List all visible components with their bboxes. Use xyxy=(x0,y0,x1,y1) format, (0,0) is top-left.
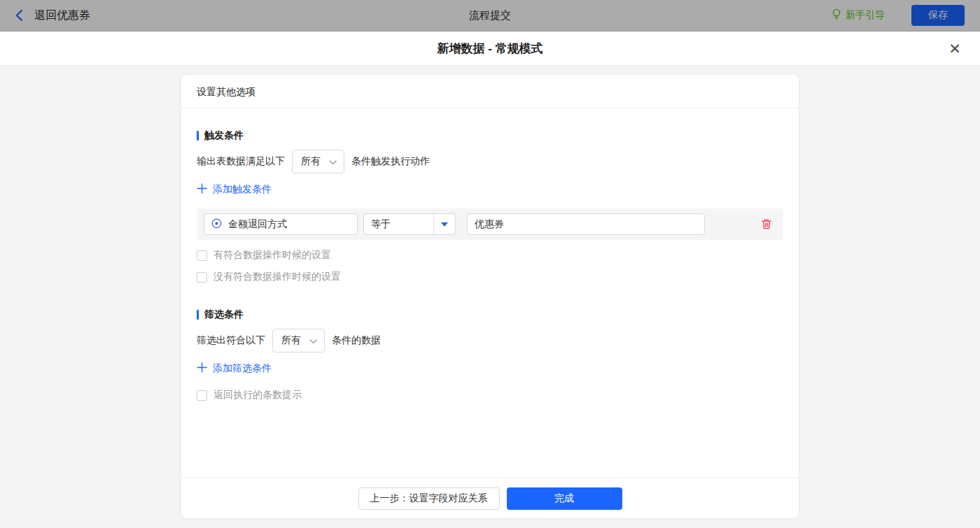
beginner-guide-button[interactable]: 新手引导 xyxy=(832,8,885,22)
card-body: 触发条件 输出表数据满足以下 所有 条件触发执行动作 添加触发条件 xyxy=(181,108,799,478)
done-button[interactable]: 完成 xyxy=(507,487,622,510)
section-accent-bar xyxy=(197,131,199,141)
trigger-match-select-value: 所有 xyxy=(301,155,321,168)
delete-condition-button[interactable] xyxy=(761,218,772,230)
condition-operator-select[interactable]: 等于 xyxy=(363,213,456,235)
checkbox-return-count-tip[interactable]: 返回执行的条数提示 xyxy=(197,389,783,401)
condition-operator-value: 等于 xyxy=(364,214,433,234)
caret-down-icon xyxy=(433,214,455,234)
card-footer: 上一步：设置字段对应关系 完成 xyxy=(181,478,799,518)
chevron-down-icon xyxy=(309,335,317,346)
checkbox-icon xyxy=(197,272,207,283)
condition-field-select[interactable]: 金额退回方式 xyxy=(204,213,358,235)
checkbox-label: 没有符合数据操作时候的设置 xyxy=(214,271,341,283)
filter-match-sentence: 筛选出符合以下 所有 条件的数据 xyxy=(197,329,783,352)
condition-value-input[interactable] xyxy=(467,213,705,235)
card-title: 设置其他选项 xyxy=(181,75,799,108)
radio-field-icon xyxy=(211,218,222,231)
plus-icon xyxy=(197,362,207,375)
trigger-sentence-prefix: 输出表数据满足以下 xyxy=(197,155,285,168)
plus-icon xyxy=(197,183,207,196)
trigger-section-label: 触发条件 xyxy=(204,129,244,142)
filter-match-select-value: 所有 xyxy=(281,334,301,347)
topbar: 退回优惠券 流程提交 新手引导 保存 xyxy=(0,0,980,31)
checkbox-label: 有符合数据操作时候的设置 xyxy=(214,249,331,262)
add-filter-condition-label: 添加筛选条件 xyxy=(213,362,272,375)
filter-section-title: 筛选条件 xyxy=(197,308,783,321)
add-trigger-condition-label: 添加触发条件 xyxy=(213,183,272,196)
checkbox-icon xyxy=(197,250,207,261)
add-trigger-condition-link[interactable]: 添加触发条件 xyxy=(197,183,272,196)
close-icon[interactable]: ✕ xyxy=(946,41,963,57)
options-card: 设置其他选项 触发条件 输出表数据满足以下 所有 条件触发执行动作 xyxy=(181,75,799,518)
lightbulb-icon xyxy=(832,8,841,22)
modal-body: 设置其他选项 触发条件 输出表数据满足以下 所有 条件触发执行动作 xyxy=(0,66,980,528)
modal-title: 新增数据 - 常规模式 xyxy=(437,41,542,57)
filter-sentence-prefix: 筛选出符合以下 xyxy=(197,334,265,347)
trigger-match-select[interactable]: 所有 xyxy=(292,150,344,173)
trigger-section-title: 触发条件 xyxy=(197,129,783,142)
previous-step-button[interactable]: 上一步：设置字段对应关系 xyxy=(358,487,500,510)
chevron-down-icon xyxy=(329,156,337,167)
filter-sentence-suffix: 条件的数据 xyxy=(332,334,381,347)
trigger-sentence-suffix: 条件触发执行动作 xyxy=(351,155,430,168)
modal-header: 新增数据 - 常规模式 ✕ xyxy=(0,31,980,66)
checkbox-label: 返回执行的条数提示 xyxy=(214,389,302,401)
filter-match-select[interactable]: 所有 xyxy=(272,329,325,352)
checkbox-icon xyxy=(197,390,207,401)
save-button[interactable]: 保存 xyxy=(911,5,965,26)
trigger-match-sentence: 输出表数据满足以下 所有 条件触发执行动作 xyxy=(197,150,783,173)
trigger-condition-row: 金额退回方式 等于 xyxy=(197,208,783,240)
condition-field-value: 金额退回方式 xyxy=(228,218,287,231)
add-filter-condition-link[interactable]: 添加筛选条件 xyxy=(197,362,272,375)
checkbox-no-matching-data[interactable]: 没有符合数据操作时候的设置 xyxy=(197,271,783,283)
section-accent-bar xyxy=(197,310,199,320)
checkbox-has-matching-data[interactable]: 有符合数据操作时候的设置 xyxy=(197,249,783,262)
filter-section-label: 筛选条件 xyxy=(204,308,244,321)
trash-icon xyxy=(761,218,772,230)
beginner-guide-label: 新手引导 xyxy=(846,9,885,22)
